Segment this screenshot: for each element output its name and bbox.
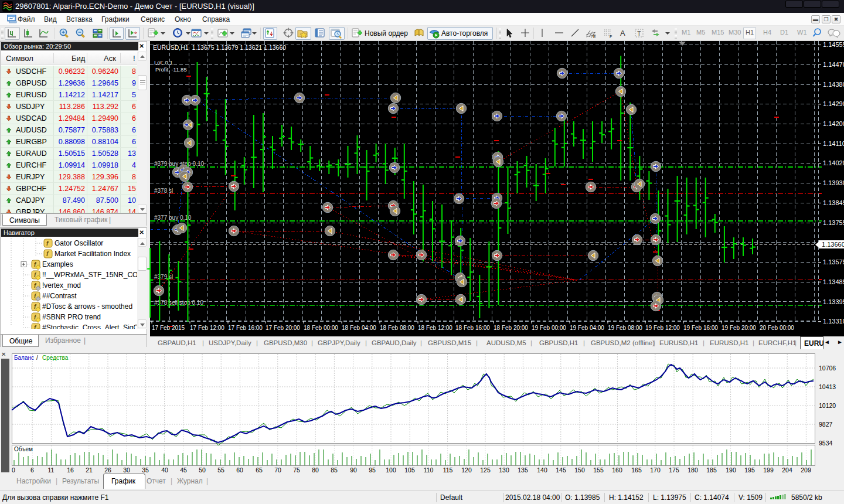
svg-text:1.14555: 1.14555: [823, 41, 844, 48]
svg-text:18 Feb 00:00: 18 Feb 00:00: [304, 325, 338, 331]
svg-text:17 Feb 20:00: 17 Feb 20:00: [266, 325, 300, 331]
svg-text:EURUSD,H1 1.13675 1.13679 1.1: EURUSD,H1 1.13675 1.13679 1.13621 1.1366…: [153, 44, 286, 51]
svg-text:Market Facilitation Index: Market Facilitation Index: [55, 250, 131, 258]
svg-text:#377 buy 0.10: #377 buy 0.10: [154, 214, 192, 221]
svg-text:1.14020: 1.14020: [823, 159, 844, 166]
svg-text:1.13575: 1.13575: [823, 258, 844, 265]
svg-text:1.14110: 1.14110: [823, 140, 844, 147]
svg-text:T: T: [637, 30, 641, 37]
svg-text:!vertex_mod: !vertex_mod: [42, 281, 81, 290]
svg-text:Gator Oscillator: Gator Oscillator: [55, 239, 103, 247]
svg-text:18 Feb 16:00: 18 Feb 16:00: [455, 325, 490, 331]
svg-text:E: E: [593, 35, 596, 39]
svg-text:19 Feb 12:00: 19 Feb 12:00: [645, 325, 680, 331]
svg-text:1.14290: 1.14290: [823, 100, 844, 107]
svg-text:10413: 10413: [819, 383, 836, 390]
svg-text:Баланс: Баланс: [14, 355, 34, 361]
svg-text:Объем: Объем: [14, 446, 33, 452]
svg-text:#DTosc & arrows - smoothed: #DTosc & arrows - smoothed: [42, 302, 132, 311]
svg-text:1.14380: 1.14380: [823, 81, 844, 88]
svg-text:1.13755: 1.13755: [823, 219, 844, 226]
svg-text:Средства: Средства: [42, 355, 69, 361]
svg-text:19 Feb 00:00: 19 Feb 00:00: [532, 325, 566, 331]
svg-text:#378 sl: #378 sl: [154, 188, 173, 194]
svg-text:1.14470: 1.14470: [823, 61, 844, 68]
svg-text:Examples: Examples: [42, 260, 73, 268]
svg-text:9827: 9827: [819, 421, 833, 428]
svg-text:18 Feb 08:00: 18 Feb 08:00: [380, 325, 414, 331]
svg-text:17 Feb 12:00: 17 Feb 12:00: [190, 325, 224, 331]
svg-text:18 Feb 20:00: 18 Feb 20:00: [494, 325, 528, 331]
svg-text:Profit: -11.85: Profit: -11.85: [155, 66, 187, 73]
svg-text:1.13930: 1.13930: [823, 179, 844, 186]
svg-text:19 Feb 16:00: 19 Feb 16:00: [683, 325, 718, 331]
svg-text:19 Feb 20:00: 19 Feb 20:00: [722, 325, 756, 331]
svg-text:17 Feb 2015: 17 Feb 2015: [152, 325, 185, 331]
svg-text:17 Feb 16:00: 17 Feb 16:00: [228, 325, 263, 331]
svg-text:19 Feb 04:00: 19 Feb 04:00: [570, 325, 604, 331]
svg-text:#379 sl: #379 sl: [154, 274, 173, 280]
svg-text:##Contrast: ##Contrast: [42, 292, 77, 300]
svg-text:10120: 10120: [819, 402, 836, 409]
svg-text:1.14200: 1.14200: [823, 120, 844, 127]
svg-text:10706: 10706: [819, 365, 836, 372]
svg-text:1.13660: 1.13660: [822, 241, 844, 248]
svg-text:F: F: [610, 35, 612, 39]
svg-text:19 Feb 08:00: 19 Feb 08:00: [608, 325, 642, 331]
svg-text:!!__WPRxMA_STF_15NR_COLO: !!__WPRxMA_STF_15NR_COLO: [42, 271, 137, 279]
svg-text:1.13845: 1.13845: [823, 199, 844, 206]
svg-text:Lot: 0.1: Lot: 0.1: [154, 59, 173, 66]
svg-text:9534: 9534: [819, 440, 833, 447]
svg-text:#SBNR PRO trend: #SBNR PRO trend: [42, 313, 101, 321]
svg-text:1.13395: 1.13395: [823, 298, 844, 305]
svg-text:1.13485: 1.13485: [823, 278, 844, 285]
svg-text:20 Feb 00:00: 20 Feb 00:00: [760, 325, 794, 331]
svg-text:1.13310: 1.13310: [823, 318, 844, 325]
svg-text:#379 buy stop 0.10: #379 buy stop 0.10: [154, 161, 205, 167]
svg-text:#Stochastic_Cross_Alert_SigOv: #Stochastic_Cross_Alert_SigOv: [42, 323, 137, 329]
svg-text:/: /: [36, 355, 38, 361]
svg-text:18 Feb 12:00: 18 Feb 12:00: [418, 325, 452, 331]
svg-text:18 Feb 04:00: 18 Feb 04:00: [342, 325, 376, 331]
